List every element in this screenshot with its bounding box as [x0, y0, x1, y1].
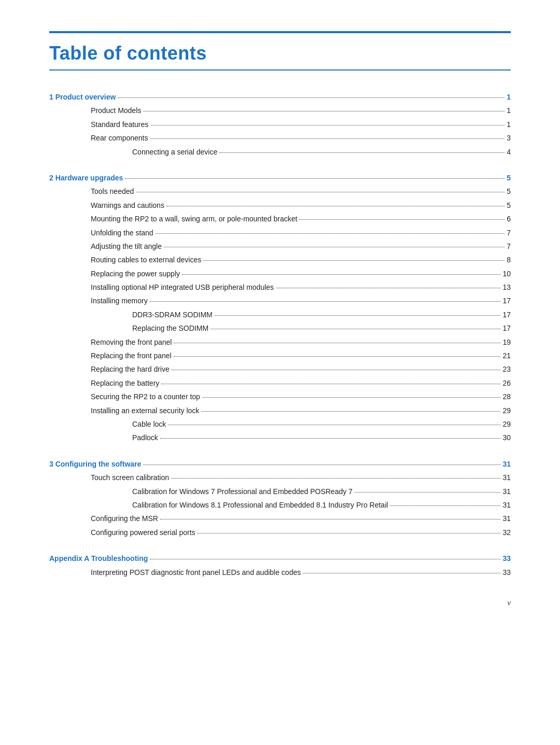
toc-entry-level2[interactable]: Standard features1 — [49, 119, 511, 130]
toc-entry-text: Appendix A Troubleshooting — [49, 553, 148, 564]
toc-entry-level2[interactable]: Unfolding the stand7 — [49, 227, 511, 238]
toc-entry-level2[interactable]: Routing cables to external devices8 — [49, 254, 511, 265]
page-number: v — [508, 599, 511, 607]
toc-entry-text: Padlock — [132, 432, 158, 443]
toc-entry-text: Installing optional HP integrated USB pe… — [91, 282, 274, 293]
toc-dots — [161, 384, 500, 384]
toc-page-num: 33 — [502, 553, 511, 564]
toc-dots — [136, 192, 505, 192]
toc-dots — [150, 301, 501, 302]
toc-entry-level3[interactable]: Calibration for Windows 8.1 Professional… — [49, 499, 511, 511]
toc-entry-level3[interactable]: Cable lock29 — [49, 418, 511, 430]
toc-dots — [174, 356, 501, 357]
toc-page-num: 31 — [502, 513, 511, 524]
toc-page-num: 21 — [502, 350, 511, 361]
toc-entry-level2[interactable]: Configuring powered serial ports32 — [49, 527, 511, 538]
toc-entry-level2[interactable]: Adjusting the tilt angle7 — [49, 241, 511, 252]
toc-page-num: 31 — [502, 472, 511, 483]
toc-entry-level1[interactable]: 3 Configuring the software31 — [49, 458, 511, 470]
toc-entry-level2[interactable]: Securing the RP2 to a counter top28 — [49, 391, 511, 402]
toc-entry-text: Unfolding the stand — [91, 227, 153, 238]
toc-entry-level3[interactable]: DDR3-SDRAM SODIMM17 — [49, 309, 511, 320]
toc-dots — [202, 397, 501, 398]
toc-entry-text: Connecting a serial device — [132, 146, 217, 158]
toc-page-num: 3 — [507, 132, 511, 144]
toc-entry-level2[interactable]: Touch screen calibration31 — [49, 472, 511, 483]
toc-entry-text: Tools needed — [91, 186, 134, 197]
toc-entry-level2[interactable]: Mounting the RP2 to a wall, swing arm, o… — [49, 213, 511, 224]
toc-entry-level2[interactable]: Installing an external security lock29 — [49, 405, 511, 416]
toc-entry-text: Replacing the front panel — [91, 350, 172, 361]
toc-entry-text: 2 Hardware upgrades — [49, 172, 123, 184]
toc-container: 1 Product overview1Product Models1Standa… — [49, 91, 511, 578]
toc-entry-level2[interactable]: Installing memory17 — [49, 295, 511, 306]
toc-entry-level2[interactable]: Interpreting POST diagnostic front panel… — [49, 567, 511, 578]
toc-entry-level1[interactable]: 1 Product overview1 — [49, 91, 511, 103]
page-title: Table of contents — [49, 33, 511, 64]
toc-entry-level2[interactable]: Replacing the hard drive23 — [49, 363, 511, 375]
toc-page-num: 32 — [502, 527, 511, 538]
toc-entry-text: Calibration for Windows 7 Professional a… — [132, 486, 353, 497]
toc-page-num: 7 — [507, 227, 511, 238]
toc-entry-level1[interactable]: 2 Hardware upgrades5 — [49, 172, 511, 184]
toc-page-num: 23 — [502, 363, 511, 375]
toc-entry-text: Routing cables to external devices — [91, 254, 201, 265]
toc-dots — [150, 138, 505, 139]
toc-entry-level2[interactable]: Warnings and cautions5 — [49, 200, 511, 211]
toc-entry-text: Replacing the hard drive — [91, 363, 170, 375]
toc-page-num: 19 — [502, 336, 511, 348]
toc-section: 2 Hardware upgrades5Tools needed5Warning… — [49, 172, 511, 444]
toc-entry-level3[interactable]: Padlock30 — [49, 432, 511, 443]
toc-page-num: 29 — [502, 405, 511, 416]
toc-entry-text: Replacing the battery — [91, 377, 159, 389]
toc-entry-level2[interactable]: Installing optional HP integrated USB pe… — [49, 282, 511, 293]
toc-page-num: 31 — [502, 499, 511, 511]
toc-dots — [143, 111, 505, 111]
toc-entry-level2[interactable]: Replacing the power supply10 — [49, 268, 511, 279]
toc-entry-level3[interactable]: Connecting a serial device4 — [49, 146, 511, 158]
toc-page-num: 10 — [502, 268, 511, 279]
toc-dots — [215, 315, 501, 316]
toc-page-num: 5 — [507, 172, 511, 184]
toc-dots — [203, 260, 505, 261]
toc-entry-text: Removing the front panel — [91, 336, 172, 348]
toc-dots — [172, 370, 501, 370]
toc-dots — [143, 465, 500, 465]
toc-entry-level2[interactable]: Removing the front panel19 — [49, 336, 511, 348]
toc-dots — [156, 233, 505, 234]
toc-entry-level2[interactable]: Replacing the front panel21 — [49, 350, 511, 361]
toc-entry-level1[interactable]: Appendix A Troubleshooting33 — [49, 553, 511, 564]
toc-page-num: 31 — [502, 458, 511, 470]
toc-entry-text: Touch screen calibration — [91, 472, 169, 483]
toc-dots — [219, 152, 505, 153]
toc-dots — [174, 343, 500, 343]
toc-page-num: 33 — [502, 567, 511, 578]
toc-section: 1 Product overview1Product Models1Standa… — [49, 91, 511, 158]
toc-entry-level3[interactable]: Replacing the SODIMM17 — [49, 322, 511, 334]
toc-section: Appendix A Troubleshooting33Interpreting… — [49, 553, 511, 578]
toc-entry-level2[interactable]: Replacing the battery26 — [49, 377, 511, 389]
toc-dots — [150, 125, 505, 125]
toc-entry-text: Product Models — [91, 105, 141, 116]
toc-page-num: 30 — [502, 432, 511, 443]
page-footer: v — [49, 599, 511, 607]
toc-entry-text: Configuring the MSR — [91, 513, 158, 524]
toc-entry-level3[interactable]: Calibration for Windows 7 Professional a… — [49, 486, 511, 497]
toc-page-num: 17 — [502, 322, 511, 334]
toc-entry-level2[interactable]: Configuring the MSR31 — [49, 513, 511, 524]
toc-entry-level2[interactable]: Product Models1 — [49, 105, 511, 116]
toc-entry-text: Replacing the power supply — [91, 268, 180, 279]
toc-page-num: 7 — [507, 241, 511, 252]
toc-page-num: 1 — [507, 119, 511, 130]
toc-entry-text: 3 Configuring the software — [49, 458, 141, 470]
toc-entry-text: Configuring powered serial ports — [91, 527, 195, 538]
toc-entry-text: 1 Product overview — [49, 91, 116, 103]
toc-page-num: 29 — [502, 418, 511, 430]
toc-entry-text: DDR3-SDRAM SODIMM — [132, 309, 213, 320]
toc-page-num: 1 — [507, 105, 511, 116]
toc-entry-level2[interactable]: Rear components3 — [49, 132, 511, 144]
toc-dots — [299, 219, 505, 220]
toc-entry-level2[interactable]: Tools needed5 — [49, 186, 511, 197]
toc-dots — [211, 329, 500, 329]
toc-dots — [125, 178, 505, 179]
